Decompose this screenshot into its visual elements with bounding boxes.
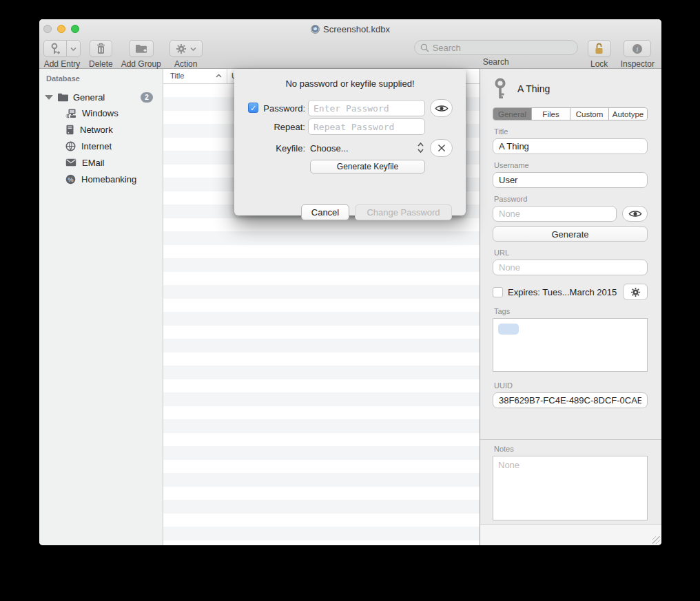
change-password-button[interactable]: Change Password — [355, 204, 452, 220]
add-entry-label: Add Entry — [44, 59, 81, 69]
sidebar-item-label: General — [73, 92, 105, 103]
title-field-label: Title — [494, 127, 648, 136]
search-label: Search — [483, 57, 509, 67]
sidebar-item-internet[interactable]: Internet — [39, 138, 163, 154]
chevron-down-icon — [70, 47, 76, 51]
eye-icon — [628, 209, 642, 218]
expires-checkbox[interactable] — [493, 287, 503, 297]
expires-settings-button[interactable] — [623, 284, 648, 300]
sidebar-item-network[interactable]: Network — [39, 121, 163, 138]
add-entry-control: Add Entry — [43, 40, 81, 69]
svg-text:i: i — [637, 45, 639, 53]
popup-stepper-icon[interactable] — [417, 141, 424, 154]
lock-label: Lock — [590, 59, 608, 69]
sidebar-item-label: Internet — [81, 141, 112, 151]
inspector-control: i Inspector — [621, 40, 655, 69]
expires-row: Expires: Tues...March 2015 — [493, 284, 648, 300]
key-plus-icon — [50, 43, 61, 55]
toolbar: Add Entry Delete — [39, 37, 661, 69]
cancel-button[interactable]: Cancel — [301, 204, 349, 220]
uuid-label: UUID — [494, 381, 648, 390]
info-icon: i — [632, 43, 643, 54]
keyfile-popup[interactable]: Choose... — [310, 143, 349, 154]
reveal-password-button[interactable] — [430, 99, 453, 117]
envelope-icon — [65, 158, 76, 167]
close-x-icon — [438, 144, 446, 152]
repeat-label: Repeat: — [261, 122, 305, 132]
add-group-button[interactable] — [129, 40, 154, 57]
sort-ascending-icon — [216, 74, 222, 78]
inspector-tabs: General Files Custom Autotype — [493, 107, 648, 120]
search-input[interactable] — [433, 43, 572, 53]
clear-keyfile-button[interactable] — [430, 139, 453, 157]
action-button[interactable] — [169, 40, 203, 57]
entry-count-badge: 2 — [141, 92, 153, 103]
password-label: Password: — [261, 103, 305, 114]
keyfile-label: Keyfile: — [261, 143, 305, 154]
search-field[interactable] — [414, 40, 578, 55]
gear-icon — [630, 287, 641, 297]
add-entry-button[interactable] — [43, 40, 67, 57]
inspector-button[interactable]: i — [624, 40, 651, 57]
lock-button[interactable] — [588, 40, 611, 57]
folder-plus-icon — [135, 43, 147, 54]
sidebar-item-label: Network — [80, 125, 113, 135]
tags-label: Tags — [494, 307, 648, 315]
tab-custom[interactable]: Custom — [570, 108, 609, 120]
username-field[interactable] — [493, 172, 648, 188]
notes-field[interactable] — [493, 456, 648, 520]
generate-keyfile-button[interactable]: Generate Keyfile — [310, 160, 425, 173]
title-field[interactable] — [493, 138, 648, 154]
password-checkbox[interactable]: ✓ — [248, 103, 258, 113]
sidebar-item-email[interactable]: EMail — [39, 154, 163, 171]
sidebar: Database General 2 Windows Network — [39, 69, 163, 545]
delete-button[interactable] — [90, 40, 112, 57]
delete-label: Delete — [89, 59, 113, 69]
search-icon — [420, 43, 429, 52]
tag-chip[interactable] — [498, 324, 519, 335]
sidebar-item-windows[interactable]: Windows — [39, 105, 163, 121]
resize-grip[interactable] — [652, 536, 660, 544]
column-header-title[interactable]: Title — [170, 72, 184, 80]
sidebar-item-homebanking[interactable]: % Homebanking — [39, 171, 163, 187]
disclosure-triangle-icon[interactable] — [45, 95, 53, 100]
notes-section: Notes — [493, 445, 648, 523]
svg-text:%: % — [68, 176, 73, 182]
password-field-label: Password — [494, 195, 648, 203]
tab-files[interactable]: Files — [532, 108, 570, 120]
repeat-password-input[interactable] — [308, 118, 425, 135]
sidebar-item-label: Windows — [82, 108, 119, 118]
url-field[interactable] — [493, 260, 648, 275]
expires-label: Expires: Tues...March 2015 — [508, 287, 623, 297]
add-entry-menu-button[interactable] — [67, 40, 81, 57]
unlock-icon — [594, 43, 604, 54]
action-label: Action — [174, 59, 197, 69]
enter-password-input[interactable] — [308, 100, 425, 116]
tab-general[interactable]: General — [493, 108, 532, 120]
app-window: Screenshot.kdbx — [39, 19, 661, 545]
search-control: Search — [414, 40, 578, 67]
sidebar-item-label: EMail — [82, 158, 105, 168]
reveal-password-button[interactable] — [622, 206, 648, 222]
sidebar-item-general[interactable]: General 2 — [39, 89, 163, 105]
password-field[interactable] — [493, 206, 617, 222]
inspector-label: Inspector — [621, 59, 655, 69]
eye-icon — [435, 104, 449, 113]
uuid-field[interactable] — [493, 392, 648, 408]
tags-box[interactable] — [493, 318, 648, 372]
tab-autotype[interactable]: Autotype — [609, 108, 647, 120]
action-control: Action — [169, 40, 203, 69]
percent-icon: % — [65, 174, 76, 184]
workgroup-icon — [65, 108, 76, 118]
column-divider[interactable] — [227, 69, 227, 84]
notes-label: Notes — [494, 445, 648, 453]
folder-icon — [57, 92, 69, 102]
lock-control: Lock — [588, 40, 611, 69]
trash-icon — [96, 43, 106, 54]
server-icon — [65, 125, 74, 135]
generate-password-button[interactable]: Generate — [493, 226, 648, 242]
document-proxy-icon — [311, 25, 320, 34]
notes-divider — [480, 439, 661, 440]
delete-control: Delete — [89, 40, 113, 69]
window-title: Screenshot.kdbx — [39, 24, 661, 34]
